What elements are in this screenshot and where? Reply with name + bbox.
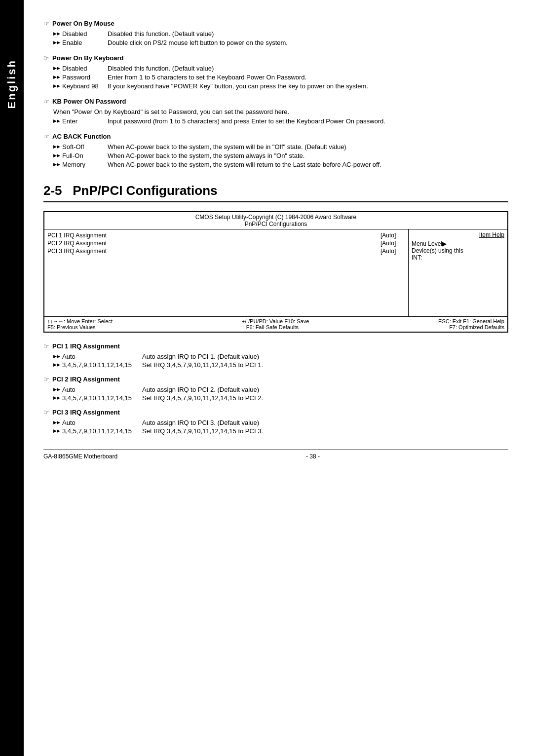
item-value: Disabled this function. (Default value) — [108, 30, 508, 38]
item-value: Auto assign IRQ to PCI 3. (Default value… — [142, 419, 508, 426]
item-value: If your keyboard have "POWER Key" button… — [108, 82, 508, 90]
list-item: Enable Double click on PS/2 mouse left b… — [43, 39, 508, 46]
item-key: Enable — [62, 39, 82, 46]
list-item: Disabled Disabled this function. (Defaul… — [43, 65, 508, 72]
bios-header-line1: CMOS Setup Utility-Copyright (C) 1984-20… — [46, 214, 506, 221]
item-value: Enter from 1 to 5 characters to set the … — [108, 74, 508, 81]
chapter-title: PnP/PCI Configurations — [73, 183, 217, 198]
item-key: 3,4,5,7,9,10,11,12,14,15 — [62, 361, 132, 369]
list-item: Enter Input password (from 1 to 5 charac… — [43, 117, 508, 125]
section-title-power-on-keyboard: Power On By Keyboard — [43, 54, 508, 62]
bios-body: PCI 1 IRQ Assignment [Auto] PCI 2 IRQ As… — [44, 229, 507, 316]
item-key: Auto — [62, 419, 76, 426]
bios-help-title: Item Help — [412, 231, 504, 238]
list-item: Auto Auto assign IRQ to PCI 3. (Default … — [43, 419, 508, 426]
list-item: Password Enter from 1 to 5 characters to… — [43, 74, 508, 81]
item-value: When AC-power back to the system, the sy… — [108, 143, 508, 151]
section-title-power-on-mouse: Power On By Mouse — [43, 20, 508, 27]
item-value: Set IRQ 3,4,5,7,9,10,11,12,14,15 to PCI … — [142, 361, 508, 369]
item-value: When AC-power back to the system, the sy… — [108, 161, 508, 168]
bios-footer-row1: ↑↓→←: Move Enter: Select +/-/PU/PD: Valu… — [47, 318, 504, 324]
item-key: 3,4,5,7,9,10,11,12,14,15 — [62, 427, 132, 435]
item-key: Password — [62, 74, 90, 81]
list-item: 3,4,5,7,9,10,11,12,14,15 Set IRQ 3,4,5,7… — [43, 361, 508, 369]
section-power-on-by-keyboard: Power On By Keyboard Disabled Disabled t… — [43, 54, 508, 90]
item-key: Disabled — [62, 30, 87, 38]
section-kb-power-on-password: KB Power ON Password When "Power On by K… — [43, 98, 508, 125]
bios-footer-col1: ↑↓→←: Move Enter: Select — [47, 318, 113, 324]
item-value: Disabled this function. (Default value) — [108, 65, 508, 72]
bios-footer-row2: F5: Previous Values F6: Fail-Safe Defaul… — [47, 324, 504, 330]
item-key: Keyboard 98 — [62, 82, 99, 90]
chapter-heading: 2-5 PnP/PCI Configurations — [43, 183, 508, 202]
item-value: When AC-power back to the system, the sy… — [108, 152, 508, 159]
bios-help-content: Menu Level▶ Device(s) using this INT: — [412, 240, 504, 261]
bios-footer-col2: +/-/PU/PD: Value F10: Save — [242, 318, 309, 324]
bios-row-value: [Auto] — [376, 248, 405, 255]
section-title-pci2: PCI 2 IRQ Assignment — [43, 376, 508, 383]
section-title-pci1: PCI 1 IRQ Assignment — [43, 342, 508, 350]
section-intro: When "Power On by Keyboard" is set to Pa… — [43, 108, 508, 115]
bios-help-area: Item Help Menu Level▶ Device(s) using th… — [409, 229, 507, 316]
item-value: Input password (from 1 to 5 characters) … — [108, 117, 508, 125]
bios-row-pci1[interactable]: PCI 1 IRQ Assignment [Auto] — [47, 231, 405, 239]
bios-header-line2: PnP/PCI Configurations — [46, 221, 506, 227]
bios-help-line1: Menu Level▶ — [412, 240, 504, 247]
item-key: Auto — [62, 386, 76, 393]
bios-row-value: [Auto] — [376, 240, 405, 247]
bios-footer: ↑↓→←: Move Enter: Select +/-/PU/PD: Valu… — [44, 316, 507, 332]
item-value: Auto assign IRQ to PCI 1. (Default value… — [142, 353, 508, 360]
bios-footer-col3: F7: Optimized Defaults — [449, 324, 504, 330]
bios-row-pci3[interactable]: PCI 3 IRQ Assignment [Auto] — [47, 247, 405, 255]
bios-footer-col1: F5: Previous Values — [47, 324, 96, 330]
section-title-kb-password: KB Power ON Password — [43, 98, 508, 105]
item-key: Auto — [62, 353, 76, 360]
bios-row-label: PCI 3 IRQ Assignment — [47, 248, 376, 255]
bios-header: CMOS Setup Utility-Copyright (C) 1984-20… — [44, 212, 507, 229]
page-footer: GA-8I865GME Motherboard - 38 - — [43, 450, 508, 460]
bios-row-label: PCI 2 IRQ Assignment — [47, 240, 376, 247]
page-container: English Power On By Mouse Disabled Disab… — [0, 0, 533, 756]
list-item: 3,4,5,7,9,10,11,12,14,15 Set IRQ 3,4,5,7… — [43, 427, 508, 435]
item-key: Memory — [62, 161, 85, 168]
list-item: Keyboard 98 If your keyboard have "POWER… — [43, 82, 508, 90]
item-key: 3,4,5,7,9,10,11,12,14,15 — [62, 394, 132, 402]
section-power-on-by-mouse: Power On By Mouse Disabled Disabled this… — [43, 20, 508, 46]
section-pci1-irq: PCI 1 IRQ Assignment Auto Auto assign IR… — [43, 342, 508, 369]
bios-row-label: PCI 1 IRQ Assignment — [47, 232, 376, 239]
item-key: Soft-Off — [62, 143, 84, 151]
bios-footer-col2: F6: Fail-Safe Defaults — [246, 324, 299, 330]
section-pci3-irq: PCI 3 IRQ Assignment Auto Auto assign IR… — [43, 409, 508, 435]
list-item: 3,4,5,7,9,10,11,12,14,15 Set IRQ 3,4,5,7… — [43, 394, 508, 402]
section-pci2-irq: PCI 2 IRQ Assignment Auto Auto assign IR… — [43, 376, 508, 402]
sidebar-label: English — [5, 59, 18, 109]
item-value: Double click on PS/2 mouse left button t… — [108, 39, 508, 46]
list-item: Full-On When AC-power back to the system… — [43, 152, 508, 159]
section-title-pci3: PCI 3 IRQ Assignment — [43, 409, 508, 416]
list-item: Disabled Disabled this function. (Defaul… — [43, 30, 508, 38]
list-item: Auto Auto assign IRQ to PCI 2. (Default … — [43, 386, 508, 393]
bios-row-value: [Auto] — [376, 232, 405, 239]
footer-center: - 38 - — [306, 453, 320, 460]
footer-left: GA-8I865GME Motherboard — [43, 453, 117, 460]
item-value: Set IRQ 3,4,5,7,9,10,11,12,14,15 to PCI … — [142, 394, 508, 402]
item-value: Set IRQ 3,4,5,7,9,10,11,12,14,15 to PCI … — [142, 427, 508, 435]
bios-help-line3: Device(s) using this — [412, 247, 504, 254]
bios-spacer — [47, 255, 405, 314]
bios-row-pci2[interactable]: PCI 2 IRQ Assignment [Auto] — [47, 239, 405, 247]
bios-table: CMOS Setup Utility-Copyright (C) 1984-20… — [43, 211, 508, 333]
section-title-ac-back: AC BACK Function — [43, 133, 508, 140]
item-key: Full-On — [62, 152, 83, 159]
chapter-number: 2-5 — [43, 183, 62, 198]
list-item: Auto Auto assign IRQ to PCI 1. (Default … — [43, 353, 508, 360]
section-ac-back-function: AC BACK Function Soft-Off When AC-power … — [43, 133, 508, 168]
bios-help-line4: INT: — [412, 254, 504, 261]
main-content: Power On By Mouse Disabled Disabled this… — [24, 0, 533, 756]
item-key: Disabled — [62, 65, 87, 72]
sidebar: English — [0, 0, 24, 756]
bios-menu-area: PCI 1 IRQ Assignment [Auto] PCI 2 IRQ As… — [44, 229, 409, 316]
bios-footer-col3: ESC: Exit F1: General Help — [438, 318, 504, 324]
list-item: Memory When AC-power back to the system,… — [43, 161, 508, 168]
list-item: Soft-Off When AC-power back to the syste… — [43, 143, 508, 151]
item-key: Enter — [62, 117, 77, 125]
